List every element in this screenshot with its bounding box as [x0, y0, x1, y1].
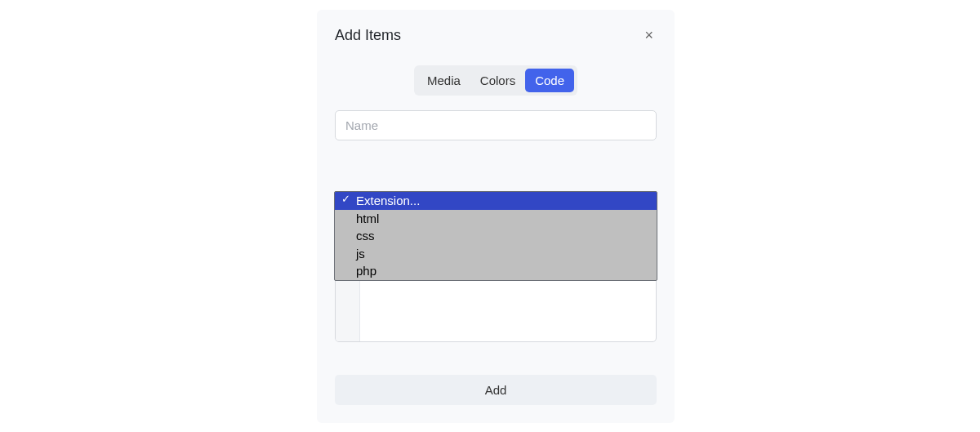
- add-button[interactable]: Add: [335, 375, 657, 405]
- close-icon: ×: [644, 27, 653, 43]
- extension-option-html[interactable]: html: [335, 210, 657, 228]
- tabs: Media Colors Code: [414, 65, 577, 96]
- tab-code[interactable]: Code: [525, 69, 574, 92]
- name-input[interactable]: [335, 110, 657, 140]
- add-items-modal: Add Items × Media Colors Code Extension.…: [317, 10, 675, 423]
- modal-title: Add Items: [335, 27, 401, 44]
- modal-header: Add Items ×: [317, 10, 675, 57]
- modal-footer: Add: [317, 360, 675, 423]
- close-button[interactable]: ×: [641, 24, 657, 46]
- tabs-row: Media Colors Code: [317, 57, 675, 110]
- tab-colors[interactable]: Colors: [470, 69, 525, 92]
- extension-option-php[interactable]: php: [335, 262, 657, 280]
- extension-option-js[interactable]: js: [335, 245, 657, 263]
- extension-select-wrapper: Extension... html css js php: [335, 191, 657, 342]
- extension-option-css[interactable]: css: [335, 227, 657, 245]
- extension-dropdown[interactable]: Extension... html css js php: [334, 191, 657, 281]
- extension-option-placeholder[interactable]: Extension...: [335, 192, 657, 210]
- modal-body: Extension... html css js php: [317, 110, 675, 360]
- tab-media[interactable]: Media: [417, 69, 470, 92]
